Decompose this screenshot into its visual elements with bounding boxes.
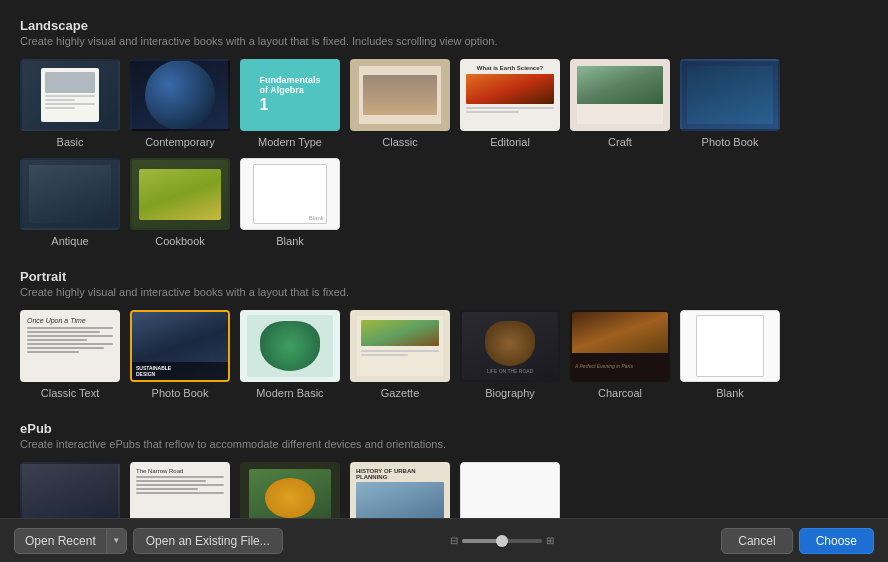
template-epub2-thumb: The Narrow Road — [130, 462, 230, 518]
portrait-title: Portrait — [20, 269, 868, 284]
template-editorial[interactable]: What is Earth Science? Editorial — [460, 59, 560, 148]
template-epub3-thumb — [240, 462, 340, 518]
section-portrait: Portrait Create highly visual and intera… — [20, 269, 868, 399]
epub-title: ePub — [20, 421, 868, 436]
template-contemporary-thumb — [130, 59, 230, 131]
template-charcoal[interactable]: A Perfect Evening in Paris Charcoal — [570, 310, 670, 399]
template-cookbook[interactable]: Cookbook — [130, 158, 230, 247]
template-contemporary-label: Contemporary — [145, 136, 215, 148]
template-gazette-label: Gazette — [381, 387, 420, 399]
zoom-out-icon[interactable]: ⊟ — [450, 535, 458, 546]
template-cookbook-label: Cookbook — [155, 235, 205, 247]
section-landscape: Landscape Create highly visual and inter… — [20, 18, 868, 247]
zoom-in-icon[interactable]: ⊞ — [546, 535, 554, 546]
template-contemporary[interactable]: Contemporary — [130, 59, 230, 148]
choose-button[interactable]: Choose — [799, 528, 874, 554]
template-blank-l[interactable]: Blank Blank — [240, 158, 340, 247]
template-modernbasic[interactable]: Modern Basic — [240, 310, 340, 399]
template-epub1-thumb — [20, 462, 120, 518]
template-classic-thumb — [350, 59, 450, 131]
template-basic[interactable]: Basic — [20, 59, 120, 148]
template-epub5-thumb — [460, 462, 560, 518]
template-basic-label: Basic — [57, 136, 84, 148]
open-existing-button[interactable]: Open an Existing File... — [133, 528, 283, 554]
template-charcoal-label: Charcoal — [598, 387, 642, 399]
template-modernbasic-label: Modern Basic — [256, 387, 323, 399]
template-epub4[interactable]: HISTORY OF URBAN PLANNING History of Urb… — [350, 462, 450, 518]
template-epub1[interactable] — [20, 462, 120, 518]
portrait-grid: Once Upon a Time Classic Text — [20, 310, 868, 399]
template-photobook-l-thumb — [680, 59, 780, 131]
template-biography-thumb: LIFE ON THE ROAD — [460, 310, 560, 382]
open-recent-label: Open Recent — [15, 528, 106, 554]
zoom-control: ⊟ ⊞ — [450, 535, 554, 546]
open-existing-label: Open an Existing File... — [146, 534, 270, 548]
template-editorial-label: Editorial — [490, 136, 530, 148]
epub-desc: Create interactive ePubs that reflow to … — [20, 438, 868, 450]
template-antique-thumb — [20, 158, 120, 230]
template-modern-type-label: Modern Type — [258, 136, 322, 148]
template-photobook-p[interactable]: SUSTAINABLEDESIGN Photo Book — [130, 310, 230, 399]
template-classictext[interactable]: Once Upon a Time Classic Text — [20, 310, 120, 399]
portrait-desc: Create highly visual and interactive boo… — [20, 286, 868, 298]
template-antique[interactable]: Antique — [20, 158, 120, 247]
template-biography-label: Biography — [485, 387, 535, 399]
template-modernbasic-thumb — [240, 310, 340, 382]
template-classic[interactable]: Classic — [350, 59, 450, 148]
template-photobook-p-label: Photo Book — [152, 387, 209, 399]
cancel-button[interactable]: Cancel — [721, 528, 792, 554]
template-blank-l-label: Blank — [276, 235, 304, 247]
section-epub: ePub Create interactive ePubs that reflo… — [20, 421, 868, 518]
template-antique-label: Antique — [51, 235, 88, 247]
template-modern-type[interactable]: Fundamentalsof Algebra1 Modern Type — [240, 59, 340, 148]
landscape-grid: Basic Contemporary Fundamentalsof Algebr… — [20, 59, 868, 247]
open-recent-chevron-icon[interactable]: ▼ — [106, 528, 126, 554]
template-craft-label: Craft — [608, 136, 632, 148]
template-epub4-thumb: HISTORY OF URBAN PLANNING — [350, 462, 450, 518]
landscape-title: Landscape — [20, 18, 868, 33]
template-gazette[interactable]: Gazette — [350, 310, 450, 399]
choose-label: Choose — [816, 534, 857, 548]
template-classictext-label: Classic Text — [41, 387, 99, 399]
template-photobook-l-label: Photo Book — [702, 136, 759, 148]
template-craft[interactable]: Craft — [570, 59, 670, 148]
cancel-label: Cancel — [738, 534, 775, 548]
zoom-slider[interactable] — [462, 539, 542, 543]
template-craft-thumb — [570, 59, 670, 131]
template-photobook-l[interactable]: Photo Book — [680, 59, 780, 148]
template-photobook-p-thumb: SUSTAINABLEDESIGN — [130, 310, 230, 382]
template-editorial-thumb: What is Earth Science? — [460, 59, 560, 131]
zoom-slider-thumb[interactable] — [496, 535, 508, 547]
template-epub5[interactable]: Blank — [460, 462, 560, 518]
template-charcoal-thumb: A Perfect Evening in Paris — [570, 310, 670, 382]
template-classic-label: Classic — [382, 136, 417, 148]
template-epub3[interactable] — [240, 462, 340, 518]
bottom-bar: Open Recent ▼ Open an Existing File... ⊟… — [0, 518, 888, 562]
landscape-desc: Create highly visual and interactive boo… — [20, 35, 868, 47]
template-epub2[interactable]: The Narrow Road The Narrow Road — [130, 462, 230, 518]
template-gazette-thumb — [350, 310, 450, 382]
template-classictext-thumb: Once Upon a Time — [20, 310, 120, 382]
template-blank-l-thumb: Blank — [240, 158, 340, 230]
template-blank-p[interactable]: Blank — [680, 310, 780, 399]
template-blank-p-label: Blank — [716, 387, 744, 399]
template-blank-p-thumb — [680, 310, 780, 382]
main-scroll[interactable]: Landscape Create highly visual and inter… — [0, 0, 888, 518]
template-biography[interactable]: LIFE ON THE ROAD Biography — [460, 310, 560, 399]
epub-grid: The Narrow Road The Narrow Road — [20, 462, 868, 518]
template-moderntype-thumb: Fundamentalsof Algebra1 — [240, 59, 340, 131]
open-recent-button[interactable]: Open Recent ▼ — [14, 528, 127, 554]
template-cookbook-thumb — [130, 158, 230, 230]
template-basic-thumb — [20, 59, 120, 131]
